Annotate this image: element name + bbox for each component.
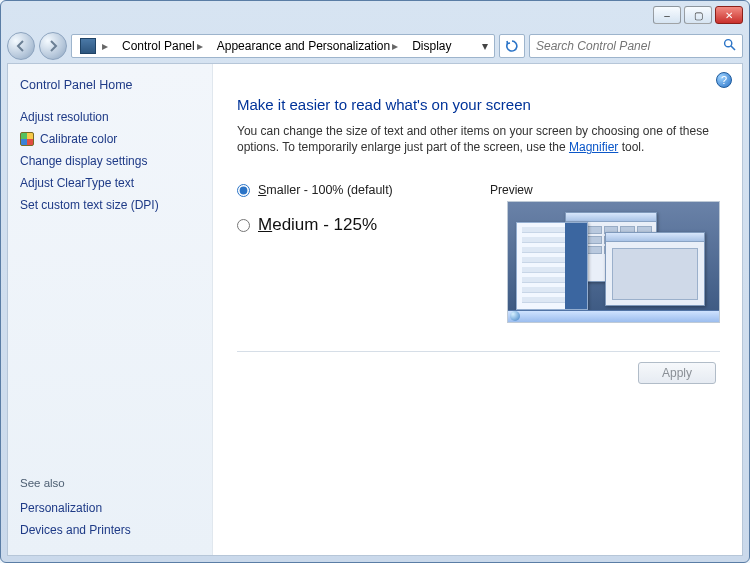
breadcrumb[interactable]: ▸ Control Panel▸ Appearance and Personal…: [71, 34, 495, 58]
radio-medium-input[interactable]: [237, 219, 250, 232]
svg-line-1: [731, 46, 735, 50]
preview-label: Preview: [490, 183, 720, 197]
chevron-right-icon: ▸: [390, 39, 400, 53]
minimize-button[interactable]: –: [653, 6, 681, 24]
refresh-button[interactable]: [499, 34, 525, 58]
chevron-right-icon: ▸: [195, 39, 205, 53]
sidebar-item-label: Calibrate color: [40, 132, 117, 146]
preview-taskbar-icon: [508, 310, 719, 322]
preview-pane: Preview: [490, 183, 720, 323]
svg-point-0: [725, 40, 732, 47]
see-also-label: See also: [20, 477, 200, 489]
forward-button[interactable]: [39, 32, 67, 60]
sidebar-link-devices-printers[interactable]: Devices and Printers: [20, 523, 200, 537]
sidebar: Control Panel Home Adjust resolution Cal…: [8, 64, 213, 555]
help-icon[interactable]: ?: [716, 72, 732, 88]
search-field[interactable]: [536, 39, 723, 53]
shield-icon: [20, 132, 34, 146]
preview-image: [507, 201, 720, 323]
preview-startmenu-icon: [516, 222, 588, 310]
options-area: Smaller - 100% (default) Medium - 125% P…: [237, 183, 720, 323]
titlebar: – ▢ ✕: [1, 1, 749, 29]
navbar: ▸ Control Panel▸ Appearance and Personal…: [1, 29, 749, 63]
magnifier-link[interactable]: Magnifier: [569, 140, 618, 154]
apply-button[interactable]: Apply: [638, 362, 716, 384]
control-panel-home-link[interactable]: Control Panel Home: [20, 78, 200, 92]
radio-smaller-input[interactable]: [237, 184, 250, 197]
breadcrumb-item-appearance[interactable]: Appearance and Personalization▸: [211, 35, 406, 57]
page-title: Make it easier to read what's on your sc…: [237, 96, 720, 113]
radio-smaller[interactable]: Smaller - 100% (default): [237, 183, 470, 197]
sidebar-link-change-display-settings[interactable]: Change display settings: [20, 154, 200, 168]
body: Control Panel Home Adjust resolution Cal…: [7, 63, 743, 556]
radio-medium[interactable]: Medium - 125%: [237, 215, 470, 235]
size-options: Smaller - 100% (default) Medium - 125%: [237, 183, 470, 323]
divider: [237, 351, 720, 352]
chevron-right-icon: ▸: [100, 39, 110, 53]
sidebar-link-adjust-resolution[interactable]: Adjust resolution: [20, 110, 200, 124]
breadcrumb-dropdown-icon[interactable]: ▾: [478, 39, 492, 53]
sidebar-link-calibrate-color[interactable]: Calibrate color: [20, 132, 200, 146]
page-description: You can change the size of text and othe…: [237, 123, 720, 155]
back-button[interactable]: [7, 32, 35, 60]
breadcrumb-root-icon[interactable]: ▸: [74, 35, 116, 57]
content-pane: ? Make it easier to read what's on your …: [213, 64, 742, 555]
sidebar-link-cleartype[interactable]: Adjust ClearType text: [20, 176, 200, 190]
sidebar-link-custom-dpi[interactable]: Set custom text size (DPI): [20, 198, 200, 212]
search-input[interactable]: [529, 34, 743, 58]
maximize-button[interactable]: ▢: [684, 6, 712, 24]
breadcrumb-item-control-panel[interactable]: Control Panel▸: [116, 35, 211, 57]
search-icon: [723, 38, 736, 54]
preview-window-icon: [605, 232, 705, 306]
window: – ▢ ✕ ▸ Control Panel▸ Appearance and Pe…: [0, 0, 750, 563]
breadcrumb-item-display[interactable]: Display: [406, 35, 457, 57]
close-button[interactable]: ✕: [715, 6, 743, 24]
sidebar-link-personalization[interactable]: Personalization: [20, 501, 200, 515]
